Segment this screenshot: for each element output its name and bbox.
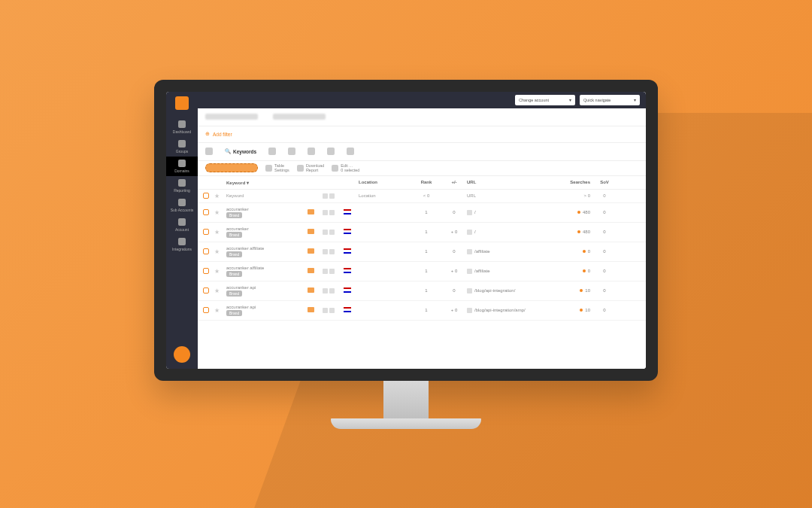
col-location[interactable]: Location xyxy=(359,180,411,184)
star-icon[interactable]: ★ xyxy=(214,209,220,216)
keyword-text: accuranker affiliate xyxy=(226,246,308,251)
toolbar: TableSettings DownloadReport Edit ...0 s… xyxy=(198,161,646,176)
star-filter-icon[interactable]: ★ xyxy=(214,193,220,199)
change-value: 0 xyxy=(441,249,467,254)
url-value: /affiliate xyxy=(474,269,490,273)
breadcrumb xyxy=(198,108,646,126)
nav-integrations[interactable]: Integrations xyxy=(166,235,198,254)
download-report-button[interactable]: DownloadReport xyxy=(297,163,324,172)
url-filter-input[interactable]: URL xyxy=(467,193,476,198)
pencil-icon xyxy=(332,165,338,172)
page-icon xyxy=(467,249,472,254)
tab-target-icon[interactable] xyxy=(308,148,315,155)
google-icon xyxy=(329,230,335,235)
table-settings-button[interactable]: TableSettings xyxy=(265,163,289,172)
rank-value: 1 xyxy=(411,288,441,293)
google-icon xyxy=(329,210,335,215)
nav-reporting[interactable]: Reporting xyxy=(166,176,198,196)
megaphone-icon xyxy=(308,209,314,214)
star-icon[interactable]: ★ xyxy=(214,229,220,236)
row-checkbox[interactable] xyxy=(203,307,209,313)
keyword-text: accuranker api xyxy=(226,305,308,309)
quick-navigate-dropdown[interactable]: Quick navigate▾ xyxy=(580,95,640,105)
keyword-text: accuranker affiliate xyxy=(226,266,308,270)
tab-competitors-icon[interactable] xyxy=(268,148,276,155)
chevron-down-icon: ▾ xyxy=(569,98,571,102)
keyword-tag: Brand xyxy=(226,291,242,297)
search-icon: 🔍 xyxy=(225,148,231,154)
page-icon xyxy=(467,230,472,235)
desktop-icon xyxy=(323,308,328,313)
tab-tags-icon[interactable] xyxy=(327,148,335,155)
table-row[interactable]: ★accuranker apiBrand1+ 0/blog/api-integr… xyxy=(198,301,646,321)
star-icon[interactable]: ★ xyxy=(214,307,220,314)
mascot-icon xyxy=(174,346,190,363)
tree-icon xyxy=(178,199,186,206)
row-checkbox[interactable] xyxy=(203,229,209,235)
star-icon[interactable]: ★ xyxy=(214,268,220,275)
keyword-text: accuranker api xyxy=(226,285,308,290)
tab-notes-icon[interactable] xyxy=(347,148,354,155)
nav-subaccounts[interactable]: Sub Accounts xyxy=(166,196,198,215)
nav-dashboard[interactable]: Dashboard xyxy=(166,117,198,137)
nav-groups[interactable]: Groups xyxy=(166,137,198,157)
searches-value: 0 xyxy=(557,269,595,273)
searches-value: 0 xyxy=(557,249,595,254)
searches-value: 10 xyxy=(557,288,595,293)
tab-trophy-icon[interactable] xyxy=(288,148,295,155)
url-value: /blog/api-integration/amp/ xyxy=(474,308,526,312)
tab-overview-icon[interactable] xyxy=(205,148,213,155)
change-value: + 0 xyxy=(441,308,467,312)
star-icon[interactable]: ★ xyxy=(214,287,220,294)
table-row[interactable]: ★accuranker affiliateBrand1+ 0/affiliate… xyxy=(198,262,646,281)
star-icon[interactable]: ★ xyxy=(214,248,220,255)
google-icon xyxy=(329,249,335,254)
nav-domains[interactable]: Domains xyxy=(166,157,198,176)
monitor-icon xyxy=(178,120,186,128)
desktop-icon xyxy=(323,249,328,254)
rank-value: 1 xyxy=(411,230,441,234)
col-rank[interactable]: Rank xyxy=(411,180,441,184)
table-row[interactable]: ★accurankerBrand1+ 0/4800 xyxy=(198,223,646,242)
keyword-filter-input[interactable]: Keyword xyxy=(226,193,244,198)
table-row[interactable]: ★accuranker affiliateBrand1 0/affiliate0… xyxy=(198,242,646,262)
gear-icon xyxy=(265,165,272,172)
url-value: /blog/api-integration/ xyxy=(474,288,515,293)
groups-icon xyxy=(178,140,186,148)
rank-value: 1 xyxy=(411,308,441,312)
globe-icon xyxy=(178,160,186,167)
col-searches[interactable]: Searches xyxy=(557,180,595,184)
location-filter-input[interactable]: Location xyxy=(359,193,376,198)
megaphone-icon xyxy=(308,307,314,312)
sov-value: 0 xyxy=(595,288,614,293)
tab-keywords[interactable]: 🔍Keywords xyxy=(225,148,256,154)
row-checkbox[interactable] xyxy=(203,248,209,254)
change-account-dropdown[interactable]: Change account▾ xyxy=(515,95,575,105)
filter-row: ★ Keyword Location < 0 URL > 0 0 xyxy=(198,190,646,203)
nav-account[interactable]: Account xyxy=(166,215,198,235)
desktop-icon xyxy=(323,210,328,215)
rank-value: 1 xyxy=(411,210,441,214)
row-checkbox[interactable] xyxy=(203,287,209,294)
col-change[interactable]: +/- xyxy=(441,180,467,184)
row-checkbox[interactable] xyxy=(203,268,209,274)
add-filter-button[interactable]: ⊕Add filter xyxy=(198,126,646,143)
url-value: /affiliate xyxy=(474,249,490,254)
table-row[interactable]: ★accuranker apiBrand1 0/blog/api-integra… xyxy=(198,281,646,301)
row-checkbox[interactable] xyxy=(203,209,209,215)
edit-selected-button[interactable]: Edit ...0 selected xyxy=(332,163,359,172)
table-row[interactable]: ★accurankerBrand1 0/4800 xyxy=(198,203,646,223)
keyword-tag: Brand xyxy=(226,232,242,238)
change-value: 0 xyxy=(441,210,467,214)
country-flag-icon xyxy=(344,268,351,273)
col-sov[interactable]: SoV xyxy=(595,180,614,184)
col-keyword[interactable]: Keyword ▾ xyxy=(225,180,308,185)
sov-value: 0 xyxy=(595,308,614,312)
page-icon xyxy=(467,308,472,313)
keyword-tag: Brand xyxy=(226,271,242,277)
add-keyword-button[interactable] xyxy=(205,163,258,172)
select-all-checkbox[interactable] xyxy=(203,193,209,199)
page-icon xyxy=(467,269,472,274)
col-url[interactable]: URL xyxy=(467,180,557,184)
keyword-tag: Brand xyxy=(226,251,242,257)
